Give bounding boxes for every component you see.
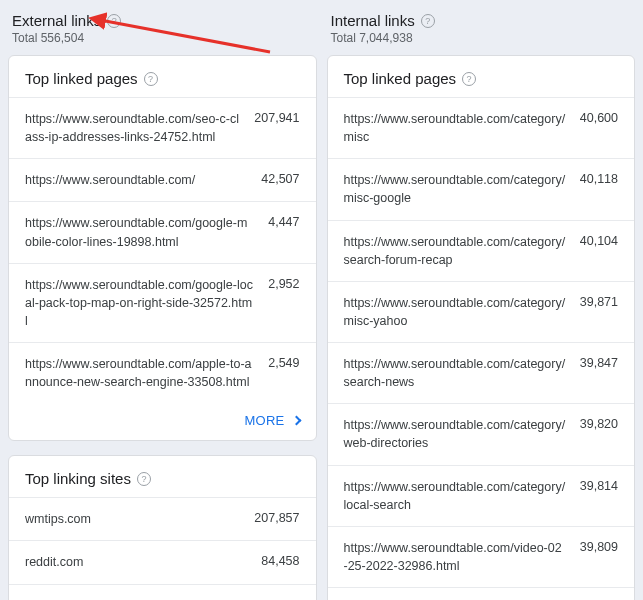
row-url: https://www.seroundtable.com/seo-c-class… xyxy=(25,110,240,146)
help-icon[interactable]: ? xyxy=(144,72,158,86)
row-url: https://www.seroundtable.com/google-loca… xyxy=(25,276,254,330)
external-header: External links ? Total 556,504 xyxy=(12,12,317,45)
row-url: https://www.seroundtable.com/category/we… xyxy=(344,416,566,452)
internal-links-column: Internal links ? Total 7,044,938 Top lin… xyxy=(327,8,636,600)
top-linked-pages-card: Top linked pages ? https://www.seroundta… xyxy=(327,55,636,600)
row-value: 207,941 xyxy=(254,110,299,125)
row-value: 207,857 xyxy=(254,510,299,525)
table-row[interactable]: https://www.seroundtable.com/google-loca… xyxy=(9,263,316,342)
row-value: 39,871 xyxy=(580,294,618,309)
row-url: https://www.seroundtable.com/google-mobi… xyxy=(25,214,254,250)
help-icon[interactable]: ? xyxy=(421,14,435,28)
row-value: 39,847 xyxy=(580,355,618,370)
table-row[interactable]: https://www.seroundtable.com/category/mi… xyxy=(328,281,635,342)
row-url: https://www.seroundtable.com/category/mi… xyxy=(344,110,566,146)
table-row[interactable]: https://www.seroundtable.com/category/ya… xyxy=(328,587,635,600)
table-row[interactable]: https://www.seroundtable.com/category/mi… xyxy=(328,97,635,158)
row-url: https://www.seroundtable.com/category/mi… xyxy=(344,294,566,330)
table-row[interactable]: wmtips.com207,857 xyxy=(9,497,316,540)
row-url: https://www.seroundtable.com/ xyxy=(25,171,247,189)
internal-header: Internal links ? Total 7,044,938 xyxy=(331,12,636,45)
row-url: reddit.com xyxy=(25,553,247,571)
row-url: https://www.seroundtable.com/category/lo… xyxy=(344,478,566,514)
row-url: https://www.seroundtable.com/category/se… xyxy=(344,233,566,269)
row-value: 2,549 xyxy=(268,355,299,370)
row-url: https://www.seroundtable.com/category/se… xyxy=(344,355,566,391)
table-body: https://www.seroundtable.com/category/mi… xyxy=(328,97,635,600)
row-value: 2,952 xyxy=(268,276,299,291)
card-title: Top linked pages xyxy=(25,70,138,87)
more-label: MORE xyxy=(245,413,285,428)
row-url: https://www.seroundtable.com/apple-to-an… xyxy=(25,355,254,391)
table-row[interactable]: https://www.seroundtable.com/category/lo… xyxy=(328,465,635,526)
help-icon[interactable]: ? xyxy=(107,14,121,28)
row-value: 42,507 xyxy=(261,171,299,186)
row-value: 39,809 xyxy=(580,539,618,554)
row-value: 40,600 xyxy=(580,110,618,125)
row-value: 84,458 xyxy=(261,553,299,568)
external-title: External links xyxy=(12,12,101,29)
table-row[interactable]: https://www.seroundtable.com/apple-to-an… xyxy=(9,342,316,403)
row-url: https://www.seroundtable.com/category/mi… xyxy=(344,171,566,207)
table-row[interactable]: https://www.seroundtable.com/category/mi… xyxy=(328,158,635,219)
table-row[interactable]: https://www.seroundtable.com/seo-c-class… xyxy=(9,97,316,158)
top-linked-pages-card: Top linked pages ? https://www.seroundta… xyxy=(8,55,317,441)
top-linking-sites-card: Top linking sites ? wmtips.com207,857red… xyxy=(8,455,317,600)
table-row[interactable]: https://www.seroundtable.com/category/se… xyxy=(328,220,635,281)
card-title: Top linking sites xyxy=(25,470,131,487)
help-icon[interactable]: ? xyxy=(137,472,151,486)
row-value: 4,447 xyxy=(268,214,299,229)
row-url: searchengineland.com xyxy=(25,597,247,601)
table-row[interactable]: https://www.seroundtable.com/category/se… xyxy=(328,342,635,403)
internal-title: Internal links xyxy=(331,12,415,29)
internal-total: Total 7,044,938 xyxy=(331,31,636,45)
table-row[interactable]: https://www.seroundtable.com/video-02-25… xyxy=(328,526,635,587)
table-row[interactable]: https://www.seroundtable.com/42,507 xyxy=(9,158,316,201)
row-url: https://www.seroundtable.com/video-02-25… xyxy=(344,539,566,575)
row-url: wmtips.com xyxy=(25,510,240,528)
table-row[interactable]: https://www.seroundtable.com/category/we… xyxy=(328,403,635,464)
row-value: 40,104 xyxy=(580,233,618,248)
table-row[interactable]: reddit.com84,458 xyxy=(9,540,316,583)
more-button[interactable]: MORE xyxy=(245,413,300,428)
row-value: 39,820 xyxy=(580,416,618,431)
table-body: wmtips.com207,857reddit.com84,458searche… xyxy=(9,497,316,600)
row-value: 39,814 xyxy=(580,478,618,493)
table-row[interactable]: searchengineland.com16,580 xyxy=(9,584,316,601)
row-value: 40,118 xyxy=(580,171,618,186)
external-links-column: External links ? Total 556,504 Top linke… xyxy=(8,8,317,600)
table-row[interactable]: https://www.seroundtable.com/google-mobi… xyxy=(9,201,316,262)
external-total: Total 556,504 xyxy=(12,31,317,45)
help-icon[interactable]: ? xyxy=(462,72,476,86)
table-body: https://www.seroundtable.com/seo-c-class… xyxy=(9,97,316,403)
chevron-right-icon xyxy=(291,416,301,426)
card-title: Top linked pages xyxy=(344,70,457,87)
row-value: 16,580 xyxy=(261,597,299,601)
